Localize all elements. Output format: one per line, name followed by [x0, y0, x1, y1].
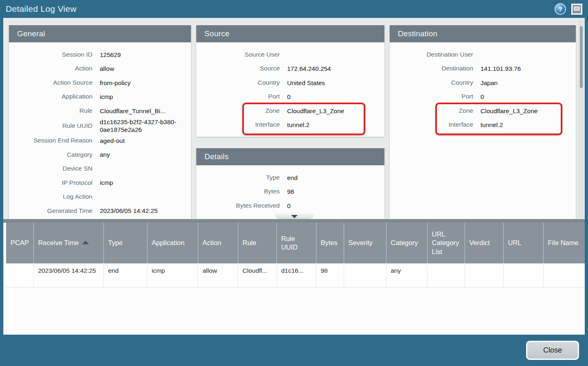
field-label: Type [196, 174, 280, 182]
column-header-category[interactable]: Category [386, 223, 427, 263]
cell-action: allow [198, 263, 238, 287]
field-source: Source172.64.240.254 [196, 62, 384, 76]
field-value: 0 [287, 202, 384, 210]
splitter-collapse-tab[interactable] [275, 214, 314, 219]
field-label: Session ID [9, 51, 92, 59]
field-type: Typeend [196, 171, 384, 185]
cell-pcap [6, 263, 33, 287]
field-label: Log Action [9, 193, 92, 201]
field-label: IP Protocol [9, 179, 92, 187]
column-label: Receive Time [38, 239, 79, 246]
column-label: URL Category List [432, 230, 459, 255]
field-label: Application [9, 93, 92, 101]
column-header-type[interactable]: Type [103, 223, 147, 263]
vertical-scrollbar[interactable] [577, 20, 585, 217]
field-label: Device SN [9, 165, 92, 173]
column-label: Severity [349, 239, 373, 246]
field-value: icmp [100, 179, 191, 186]
cell-bytes: 98 [316, 263, 344, 287]
destination-rows: Destination User Destination141.101.93.7… [390, 42, 576, 132]
source-rows: Source User Source172.64.240.254 Country… [196, 42, 384, 132]
field-label: Action Source [9, 79, 92, 87]
column-label: Category [391, 239, 418, 246]
field-label: Interface [196, 121, 280, 129]
field-value: tunnel.2 [287, 121, 384, 129]
field-label: Zone [196, 107, 280, 115]
field-label: Source User [196, 51, 280, 59]
restore-window-icon[interactable] [571, 4, 582, 15]
vertical-scrollbar-thumb[interactable] [580, 26, 583, 88]
details-rows: Typeend Bytes98 Bytes Received0 [196, 165, 384, 213]
field-value: 141.101.93.76 [480, 65, 576, 72]
column-header-action[interactable]: Action [198, 223, 238, 263]
field-destination: Destination141.101.93.76 [390, 62, 576, 76]
column-header-rule[interactable]: Rule [238, 223, 276, 263]
field-value: 0 [287, 93, 384, 101]
restore-window-icon-inner [574, 7, 580, 11]
field-value: 125629 [100, 51, 191, 59]
table-row[interactable]: 2023/06/05 14:42:25 end icmp allow Cloud… [6, 263, 585, 287]
cell-rule: Cloudfl... [238, 263, 276, 287]
field-label: Destination [390, 65, 473, 72]
field-source-zone: ZoneCloudflare_L3_Zone [196, 104, 384, 118]
details-panel-title: Details [196, 148, 384, 165]
column-header-pcap[interactable]: PCAP [6, 223, 33, 263]
column-label: File Name [548, 239, 579, 246]
field-value: 98 [287, 188, 384, 195]
field-rule-uuid: Rule UUIDd1c16235-b2f2-4327-b380-0ae1875… [9, 118, 191, 134]
field-destination-user: Destination User [390, 48, 576, 62]
column-header-url[interactable]: URL [503, 223, 543, 263]
field-label: Rule UUID [9, 122, 92, 130]
field-bytes: Bytes98 [196, 185, 384, 199]
field-device-sn: Device SN [9, 162, 191, 176]
field-destination-port: Port0 [390, 90, 576, 104]
column-header-application[interactable]: Application [147, 223, 198, 263]
panel-table-splitter[interactable] [3, 219, 585, 223]
field-category: Categoryany [9, 148, 191, 162]
field-value: aged-out [100, 137, 191, 145]
help-icon[interactable]: ? [555, 3, 566, 15]
field-value: United States [287, 79, 384, 87]
column-header-file-name[interactable]: File Name [543, 223, 585, 263]
field-value: Cloudflare_L3_Zone [480, 107, 576, 115]
column-header-receive-time[interactable]: Receive Time [33, 223, 103, 263]
field-label: Country [390, 79, 473, 87]
field-label: Bytes [196, 188, 280, 195]
field-label: Bytes Received [196, 202, 280, 210]
page-title: Detailed Log View [6, 4, 77, 14]
field-value: 0 [480, 93, 576, 101]
help-glyph: ? [558, 6, 562, 13]
field-label: Session End Reason [9, 137, 92, 145]
dialog-content: General Session ID125629 Actionallow Act… [3, 18, 585, 335]
column-header-verdict[interactable]: Verdict [465, 223, 503, 263]
cell-url [503, 263, 543, 287]
column-label: Application [152, 239, 185, 246]
log-table: PCAP Receive Time Type Application Actio… [6, 223, 585, 287]
general-rows: Session ID125629 Actionallow Action Sour… [9, 42, 191, 218]
field-session-id: Session ID125629 [9, 48, 191, 62]
dialog-footer: Close [0, 335, 588, 366]
field-session-end-reason: Session End Reasonaged-out [9, 134, 191, 148]
close-button[interactable]: Close [526, 341, 579, 360]
field-ip-protocol: IP Protocolicmp [9, 176, 191, 190]
sort-ascending-icon [82, 241, 89, 244]
field-value: from-policy [100, 79, 191, 87]
cell-category: any [386, 263, 427, 287]
column-header-severity[interactable]: Severity [344, 223, 386, 263]
cell-rule-uuid: d1c16... [276, 263, 316, 287]
field-destination-zone: ZoneCloudflare_L3_Zone [390, 104, 576, 118]
column-header-bytes[interactable]: Bytes [316, 223, 344, 263]
field-label: Zone [390, 107, 473, 115]
field-value: d1c16235-b2f2-4327-b380-0ae1875e2a26 [100, 118, 191, 134]
field-label: Port [196, 93, 280, 101]
column-label: Action [203, 239, 222, 246]
column-header-rule-uuid[interactable]: Rule UUID [276, 223, 316, 263]
field-source-interface: Interfacetunnel.2 [196, 118, 384, 132]
field-generated-time: Generated Time2023/06/05 14:42:25 [9, 204, 191, 218]
field-label: Rule [9, 107, 92, 115]
column-header-url-category-list[interactable]: URL Category List [427, 223, 465, 263]
field-destination-country: CountryJapan [390, 76, 576, 90]
field-value: allow [100, 65, 191, 72]
column-label: Verdict [470, 239, 490, 246]
source-details-column: Source Source User Source172.64.240.254 … [196, 25, 384, 219]
